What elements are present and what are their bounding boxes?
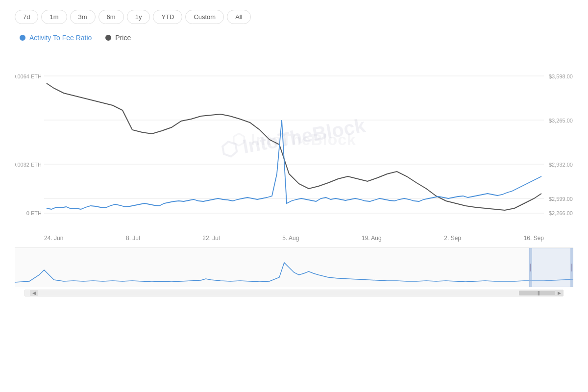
x-label-4: 19. Aug (362, 235, 382, 242)
scroll-right-arrow[interactable]: ▶ (555, 290, 563, 296)
page-container: 7d 1m 3m 6m 1y YTD Custom All Activity T… (0, 0, 588, 392)
x-label-1: 8. Jul (126, 235, 140, 242)
main-chart-wrapper: 0.0064 ETH 0.0032 ETH 0 ETH $3,598.00 $3… (15, 47, 573, 296)
main-chart-svg: 0.0064 ETH 0.0032 ETH 0 ETH $3,598.00 $3… (15, 47, 573, 233)
time-filter-bar: 7d 1m 3m 6m 1y YTD Custom All (15, 10, 573, 24)
svg-text:0 ETH: 0 ETH (26, 210, 42, 216)
x-label-3: 5. Aug (282, 235, 299, 242)
scroll-bar[interactable]: ◀ ||| ▶ (24, 290, 564, 296)
svg-rect-15 (529, 248, 573, 287)
legend-item-activity: Activity To Fee Ratio (20, 34, 92, 42)
x-label-5: 2. Sep (444, 235, 461, 242)
legend-item-price: Price (105, 34, 131, 42)
svg-text:0.0064 ETH: 0.0064 ETH (15, 74, 42, 79)
activity-legend-label: Activity To Fee Ratio (29, 34, 92, 42)
scroll-left-arrow[interactable]: ◀ (30, 290, 38, 296)
filter-1y[interactable]: 1y (127, 10, 150, 24)
x-axis: 24. Jun 8. Jul 22. Jul 5. Aug 19. Aug 2.… (15, 233, 573, 244)
scroll-grip-icon: ||| (538, 291, 539, 295)
filter-3m[interactable]: 3m (70, 10, 96, 24)
filter-ytd[interactable]: YTD (153, 10, 182, 24)
filter-custom[interactable]: Custom (185, 10, 224, 24)
main-chart: 0.0064 ETH 0.0032 ETH 0 ETH $3,598.00 $3… (15, 47, 573, 233)
price-legend-dot (105, 35, 111, 41)
svg-text:$3,598.00: $3,598.00 (549, 74, 573, 79)
svg-text:$2,932.00: $2,932.00 (549, 162, 573, 168)
price-legend-label: Price (115, 34, 131, 42)
svg-text:$3,265.00: $3,265.00 (549, 118, 573, 123)
svg-text:0.0032 ETH: 0.0032 ETH (15, 162, 42, 168)
x-label-6: 16. Sep (524, 235, 544, 242)
svg-text:$2,599.00: $2,599.00 (549, 196, 573, 202)
x-label-2: 22. Jul (202, 235, 220, 242)
filter-all[interactable]: All (227, 10, 250, 24)
svg-text:$2,266.00: $2,266.00 (549, 210, 573, 216)
x-label-0: 24. Jun (44, 235, 63, 242)
filter-6m[interactable]: 6m (98, 10, 124, 24)
mini-chart-svg (15, 248, 573, 287)
filter-1m[interactable]: 1m (41, 10, 67, 24)
svg-text:⬡ IntoTheBlock: ⬡ IntoTheBlock (219, 114, 367, 161)
chart-legend: Activity To Fee Ratio Price (15, 34, 573, 42)
scroll-thumb[interactable]: ||| (519, 291, 558, 295)
mini-chart: 2016 2018 2020 2022 2024 ◀ ||| ▶ (15, 247, 573, 296)
activity-legend-dot (20, 35, 25, 41)
filter-7d[interactable]: 7d (15, 10, 38, 24)
